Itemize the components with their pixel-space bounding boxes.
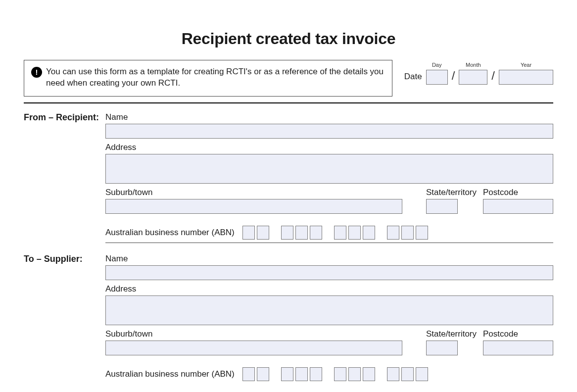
divider: [24, 102, 553, 103]
date-group: Date Day / Month / Year: [404, 62, 553, 85]
recipient-abn-digit[interactable]: [387, 226, 399, 240]
supplier-abn-digit[interactable]: [242, 367, 255, 381]
date-month-input[interactable]: [459, 70, 487, 85]
recipient-abn-digit[interactable]: [363, 226, 375, 240]
info-icon: !: [31, 67, 42, 78]
recipient-name-input[interactable]: [105, 124, 553, 139]
date-year-input[interactable]: [499, 70, 553, 85]
supplier-abn-digit[interactable]: [348, 367, 361, 381]
supplier-section: To – Supplier: Name Address Suburb/town …: [24, 254, 553, 384]
notice-text: You can use this form as a template for …: [46, 66, 385, 89]
date-separator: /: [491, 69, 495, 83]
recipient-abn-digit[interactable]: [348, 226, 361, 240]
recipient-abn-digit[interactable]: [310, 226, 322, 240]
recipient-abn-digit[interactable]: [281, 226, 293, 240]
divider: [105, 243, 553, 243]
supplier-abn-digit[interactable]: [416, 367, 428, 381]
supplier-state-label: State/territory: [426, 329, 478, 339]
supplier-abn-digit[interactable]: [295, 367, 308, 381]
recipient-suburb-input[interactable]: [105, 199, 402, 214]
supplier-address-label: Address: [105, 284, 553, 294]
recipient-suburb-label: Suburb/town: [105, 188, 402, 197]
supplier-abn-digit[interactable]: [281, 367, 293, 381]
supplier-name-input[interactable]: [105, 265, 553, 280]
date-label: Date: [404, 72, 422, 82]
recipient-name-label: Name: [105, 112, 553, 122]
date-month-caption: Month: [466, 62, 481, 68]
page-title: Recipient created tax invoice: [24, 30, 553, 48]
recipient-address-label: Address: [105, 143, 553, 152]
recipient-state-label: State/territory: [426, 188, 478, 197]
supplier-abn-digit[interactable]: [401, 367, 414, 381]
supplier-name-label: Name: [105, 254, 553, 264]
supplier-abn-digit[interactable]: [363, 367, 375, 381]
date-day-input[interactable]: [426, 70, 448, 85]
supplier-address-input[interactable]: [105, 295, 553, 325]
supplier-suburb-label: Suburb/town: [105, 329, 402, 339]
recipient-state-input[interactable]: [426, 199, 458, 214]
date-separator: /: [452, 69, 455, 83]
supplier-abn-group: [242, 367, 428, 381]
notice-box: ! You can use this form as a template fo…: [24, 60, 392, 97]
supplier-abn-digit[interactable]: [257, 367, 269, 381]
recipient-section: From – Recipient: Name Address Suburb/to…: [24, 112, 553, 250]
supplier-abn-label: Australian business number (ABN): [105, 369, 235, 379]
recipient-abn-digit[interactable]: [416, 226, 428, 240]
recipient-postcode-label: Postcode: [483, 188, 553, 197]
date-day-caption: Day: [432, 62, 442, 68]
supplier-abn-digit[interactable]: [387, 367, 399, 381]
date-year-caption: Year: [521, 62, 531, 68]
recipient-heading: From – Recipient:: [24, 112, 105, 250]
supplier-postcode-label: Postcode: [483, 329, 553, 339]
recipient-address-input[interactable]: [105, 154, 553, 184]
recipient-abn-digit[interactable]: [257, 226, 269, 240]
recipient-abn-label: Australian business number (ABN): [105, 228, 235, 238]
supplier-postcode-input[interactable]: [483, 341, 553, 355]
recipient-abn-digit[interactable]: [401, 226, 414, 240]
recipient-abn-group: [242, 226, 428, 240]
supplier-state-input[interactable]: [426, 341, 458, 355]
recipient-abn-digit[interactable]: [295, 226, 308, 240]
supplier-abn-digit[interactable]: [334, 367, 346, 381]
recipient-abn-digit[interactable]: [334, 226, 346, 240]
supplier-heading: To – Supplier:: [24, 254, 105, 384]
supplier-suburb-input[interactable]: [105, 341, 402, 355]
supplier-abn-digit[interactable]: [310, 367, 322, 381]
recipient-abn-digit[interactable]: [242, 226, 255, 240]
recipient-postcode-input[interactable]: [483, 199, 553, 214]
